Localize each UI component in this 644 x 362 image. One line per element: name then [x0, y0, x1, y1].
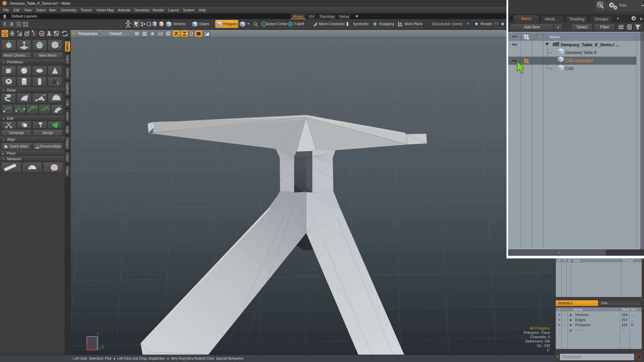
- svg-text:CAD: CAD: [565, 66, 574, 71]
- svg-text:All Polygons: All Polygons: [530, 326, 550, 330]
- svg-text:Y: Y: [97, 332, 99, 336]
- svg-text:CAD Seperated: CAD Seperated: [565, 58, 593, 63]
- svg-text:&: &: [56, 80, 59, 85]
- svg-text:Z: Z: [102, 346, 104, 349]
- svg-text:Dempsey_Table_8'_Demo.l ...: Dempsey_Table_8'_Demo.l ...: [561, 43, 619, 47]
- svg-text:Deformers: ON: Deformers: ON: [525, 339, 550, 343]
- svg-text:Polygons : Face: Polygons : Face: [524, 330, 550, 335]
- svg-text:GL: 192: GL: 192: [537, 344, 550, 348]
- svg-text:Dempsey Table 8': Dempsey Table 8': [565, 50, 597, 55]
- svg-text:Channels: 0: Channels: 0: [530, 335, 550, 339]
- svg-text:A: A: [52, 79, 56, 84]
- svg-text:1": 1": [547, 348, 550, 352]
- svg-text:Name: Name: [549, 35, 560, 39]
